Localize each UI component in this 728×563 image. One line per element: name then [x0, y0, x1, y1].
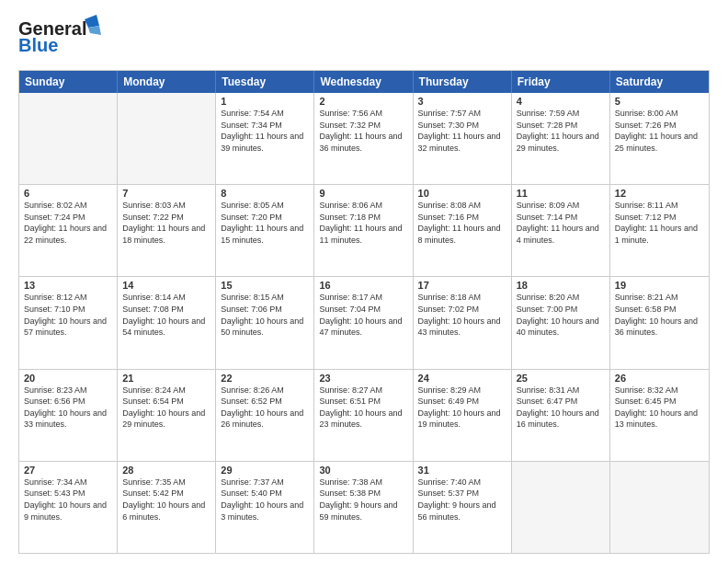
- day-number: 2: [319, 96, 407, 107]
- header-cell-saturday: Saturday: [610, 71, 709, 93]
- day-info: Sunrise: 8:26 AMSunset: 6:52 PMDaylight:…: [221, 385, 309, 431]
- day-info: Sunrise: 7:38 AMSunset: 5:38 PMDaylight:…: [319, 477, 407, 523]
- page: GeneralBlue SundayMondayTuesdayWednesday…: [0, 0, 728, 563]
- day-number: 3: [418, 96, 506, 107]
- calendar-cell: 21Sunrise: 8:24 AMSunset: 6:54 PMDayligh…: [118, 370, 216, 461]
- header-cell-sunday: Sunday: [19, 71, 118, 93]
- calendar-cell: 3Sunrise: 7:57 AMSunset: 7:30 PMDaylight…: [414, 93, 512, 184]
- calendar-cell: 12Sunrise: 8:11 AMSunset: 7:12 PMDayligh…: [610, 185, 709, 276]
- day-number: 29: [221, 465, 309, 476]
- calendar-cell: 4Sunrise: 7:59 AMSunset: 7:28 PMDaylight…: [512, 93, 610, 184]
- logo: GeneralBlue: [18, 15, 101, 61]
- day-number: 13: [24, 280, 112, 291]
- day-info: Sunrise: 8:18 AMSunset: 7:02 PMDaylight:…: [418, 292, 506, 338]
- day-number: 1: [221, 96, 309, 107]
- day-number: 8: [221, 188, 309, 199]
- calendar-header: SundayMondayTuesdayWednesdayThursdayFrid…: [19, 71, 709, 93]
- calendar: SundayMondayTuesdayWednesdayThursdayFrid…: [18, 70, 710, 554]
- day-info: Sunrise: 8:29 AMSunset: 6:49 PMDaylight:…: [418, 385, 506, 431]
- day-number: 28: [122, 465, 210, 476]
- calendar-cell: 1Sunrise: 7:54 AMSunset: 7:34 PMDaylight…: [216, 93, 314, 184]
- day-info: Sunrise: 7:59 AMSunset: 7:28 PMDaylight:…: [517, 108, 605, 154]
- day-info: Sunrise: 8:08 AMSunset: 7:16 PMDaylight:…: [418, 200, 506, 246]
- day-info: Sunrise: 7:56 AMSunset: 7:32 PMDaylight:…: [319, 108, 407, 154]
- day-info: Sunrise: 7:57 AMSunset: 7:30 PMDaylight:…: [418, 108, 506, 154]
- calendar-body: 1Sunrise: 7:54 AMSunset: 7:34 PMDaylight…: [19, 93, 709, 553]
- day-info: Sunrise: 8:31 AMSunset: 6:47 PMDaylight:…: [517, 385, 605, 431]
- day-info: Sunrise: 8:23 AMSunset: 6:56 PMDaylight:…: [24, 385, 112, 431]
- calendar-cell: [512, 462, 610, 553]
- calendar-cell: 7Sunrise: 8:03 AMSunset: 7:22 PMDaylight…: [118, 185, 216, 276]
- day-number: 17: [418, 280, 506, 291]
- day-info: Sunrise: 7:40 AMSunset: 5:37 PMDaylight:…: [418, 477, 506, 523]
- calendar-cell: [19, 93, 118, 184]
- day-info: Sunrise: 8:03 AMSunset: 7:22 PMDaylight:…: [122, 200, 210, 246]
- day-number: 24: [418, 373, 506, 384]
- day-number: 10: [418, 188, 506, 199]
- calendar-cell: 23Sunrise: 8:27 AMSunset: 6:51 PMDayligh…: [314, 370, 413, 461]
- calendar-cell: 27Sunrise: 7:34 AMSunset: 5:43 PMDayligh…: [19, 462, 118, 553]
- calendar-row-4: 20Sunrise: 8:23 AMSunset: 6:56 PMDayligh…: [19, 369, 709, 461]
- calendar-cell: 9Sunrise: 8:06 AMSunset: 7:18 PMDaylight…: [314, 185, 413, 276]
- day-info: Sunrise: 8:05 AMSunset: 7:20 PMDaylight:…: [221, 200, 309, 246]
- header-cell-monday: Monday: [118, 71, 216, 93]
- day-info: Sunrise: 8:02 AMSunset: 7:24 PMDaylight:…: [24, 200, 112, 246]
- day-number: 23: [319, 373, 407, 384]
- day-info: Sunrise: 8:24 AMSunset: 6:54 PMDaylight:…: [122, 385, 210, 431]
- calendar-row-3: 13Sunrise: 8:12 AMSunset: 7:10 PMDayligh…: [19, 276, 709, 368]
- calendar-cell: 15Sunrise: 8:15 AMSunset: 7:06 PMDayligh…: [216, 277, 314, 368]
- header-cell-wednesday: Wednesday: [314, 71, 413, 93]
- calendar-cell: [610, 462, 709, 553]
- day-info: Sunrise: 8:21 AMSunset: 6:58 PMDaylight:…: [615, 292, 704, 338]
- calendar-row-5: 27Sunrise: 7:34 AMSunset: 5:43 PMDayligh…: [19, 461, 709, 553]
- day-number: 7: [122, 188, 210, 199]
- calendar-cell: [118, 93, 216, 184]
- day-info: Sunrise: 8:06 AMSunset: 7:18 PMDaylight:…: [319, 200, 407, 246]
- calendar-cell: 16Sunrise: 8:17 AMSunset: 7:04 PMDayligh…: [314, 277, 413, 368]
- day-number: 20: [24, 373, 112, 384]
- day-number: 5: [615, 96, 704, 107]
- calendar-cell: 6Sunrise: 8:02 AMSunset: 7:24 PMDaylight…: [19, 185, 118, 276]
- calendar-cell: 19Sunrise: 8:21 AMSunset: 6:58 PMDayligh…: [610, 277, 709, 368]
- day-number: 15: [221, 280, 309, 291]
- header: GeneralBlue: [18, 15, 710, 61]
- day-number: 30: [319, 465, 407, 476]
- day-number: 11: [517, 188, 605, 199]
- day-number: 12: [615, 188, 704, 199]
- day-number: 31: [418, 465, 506, 476]
- calendar-cell: 29Sunrise: 7:37 AMSunset: 5:40 PMDayligh…: [216, 462, 314, 553]
- day-info: Sunrise: 8:11 AMSunset: 7:12 PMDaylight:…: [615, 200, 704, 246]
- calendar-cell: 26Sunrise: 8:32 AMSunset: 6:45 PMDayligh…: [610, 370, 709, 461]
- calendar-cell: 25Sunrise: 8:31 AMSunset: 6:47 PMDayligh…: [512, 370, 610, 461]
- day-number: 21: [122, 373, 210, 384]
- calendar-cell: 28Sunrise: 7:35 AMSunset: 5:42 PMDayligh…: [118, 462, 216, 553]
- day-info: Sunrise: 8:17 AMSunset: 7:04 PMDaylight:…: [319, 292, 407, 338]
- calendar-cell: 13Sunrise: 8:12 AMSunset: 7:10 PMDayligh…: [19, 277, 118, 368]
- day-info: Sunrise: 8:14 AMSunset: 7:08 PMDaylight:…: [122, 292, 210, 338]
- day-info: Sunrise: 7:35 AMSunset: 5:42 PMDaylight:…: [122, 477, 210, 523]
- day-number: 6: [24, 188, 112, 199]
- calendar-row-2: 6Sunrise: 8:02 AMSunset: 7:24 PMDaylight…: [19, 184, 709, 276]
- calendar-cell: 20Sunrise: 8:23 AMSunset: 6:56 PMDayligh…: [19, 370, 118, 461]
- day-number: 14: [122, 280, 210, 291]
- calendar-cell: 18Sunrise: 8:20 AMSunset: 7:00 PMDayligh…: [512, 277, 610, 368]
- day-info: Sunrise: 8:20 AMSunset: 7:00 PMDaylight:…: [517, 292, 605, 338]
- day-info: Sunrise: 8:09 AMSunset: 7:14 PMDaylight:…: [517, 200, 605, 246]
- day-number: 19: [615, 280, 704, 291]
- day-info: Sunrise: 8:15 AMSunset: 7:06 PMDaylight:…: [221, 292, 309, 338]
- calendar-cell: 14Sunrise: 8:14 AMSunset: 7:08 PMDayligh…: [118, 277, 216, 368]
- day-number: 25: [517, 373, 605, 384]
- day-number: 16: [319, 280, 407, 291]
- day-info: Sunrise: 7:34 AMSunset: 5:43 PMDaylight:…: [24, 477, 112, 523]
- day-info: Sunrise: 8:12 AMSunset: 7:10 PMDaylight:…: [24, 292, 112, 338]
- day-number: 27: [24, 465, 112, 476]
- header-cell-thursday: Thursday: [414, 71, 512, 93]
- day-info: Sunrise: 7:37 AMSunset: 5:40 PMDaylight:…: [221, 477, 309, 523]
- day-number: 9: [319, 188, 407, 199]
- day-number: 26: [615, 373, 704, 384]
- day-info: Sunrise: 8:27 AMSunset: 6:51 PMDaylight:…: [319, 385, 407, 431]
- calendar-cell: 17Sunrise: 8:18 AMSunset: 7:02 PMDayligh…: [414, 277, 512, 368]
- header-cell-friday: Friday: [512, 71, 610, 93]
- calendar-cell: 11Sunrise: 8:09 AMSunset: 7:14 PMDayligh…: [512, 185, 610, 276]
- calendar-cell: 10Sunrise: 8:08 AMSunset: 7:16 PMDayligh…: [414, 185, 512, 276]
